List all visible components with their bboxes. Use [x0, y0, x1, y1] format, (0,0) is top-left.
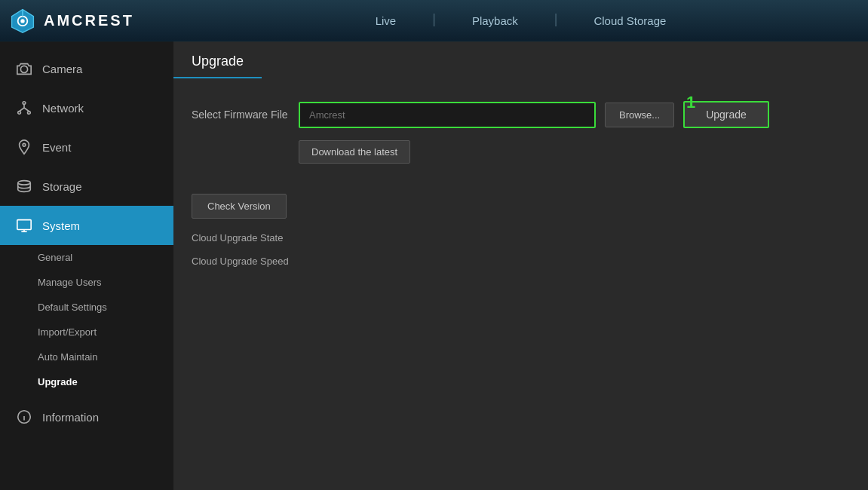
info-icon [15, 408, 33, 426]
logo-area: AMCREST [0, 7, 173, 34]
sub-item-general[interactable]: General [23, 245, 173, 270]
svg-line-9 [20, 108, 24, 112]
firmware-input-wrapper [299, 102, 596, 128]
sidebar: Camera Network [0, 41, 173, 490]
storage-icon [15, 177, 33, 195]
page-content: Select Firmware File Browse... Upgrade D… [173, 78, 868, 296]
svg-line-10 [24, 108, 29, 112]
nav-cloud-storage[interactable]: Cloud Storage [587, 11, 672, 30]
svg-point-2 [20, 19, 24, 23]
sub-item-manage-users[interactable]: Manage Users [23, 270, 173, 295]
nav-playback[interactable]: Playback [466, 11, 524, 30]
sub-item-import-export[interactable]: Import/Export [23, 320, 173, 345]
sub-item-default-settings[interactable]: Default Settings [23, 295, 173, 320]
main-layout: Camera Network [0, 41, 868, 490]
sidebar-item-system[interactable]: System [0, 206, 173, 245]
sidebar-item-event[interactable]: Event [0, 127, 173, 167]
check-version-row: Check Version [192, 194, 850, 219]
sidebar-label-camera: Camera [42, 63, 82, 75]
svg-point-6 [18, 112, 21, 115]
upgrade-btn-wrapper: Upgrade [683, 101, 769, 128]
system-icon [15, 216, 33, 234]
sidebar-item-network[interactable]: Network [0, 88, 173, 127]
content-area: 1 2 Upgrade Select Firmware File Browse.… [173, 41, 868, 490]
sidebar-item-storage[interactable]: Storage [0, 167, 173, 206]
sidebar-label-storage: Storage [42, 180, 82, 193]
page-header: Upgrade [173, 41, 262, 78]
cloud-upgrade-speed-label: Cloud Upgrade Speed [192, 256, 289, 267]
sidebar-label-system: System [42, 219, 80, 232]
sidebar-item-information[interactable]: Information [0, 397, 173, 436]
check-version-button[interactable]: Check Version [192, 194, 287, 219]
browse-button[interactable]: Browse... [605, 103, 674, 127]
cloud-upgrade-state-label: Cloud Upgrade State [192, 232, 283, 243]
page-title: Upgrade [192, 54, 244, 77]
camera-icon [15, 60, 33, 78]
firmware-label: Select Firmware File [192, 109, 290, 121]
svg-rect-13 [17, 220, 31, 230]
download-row: Download the latest [192, 140, 850, 164]
sidebar-item-camera[interactable]: Camera [0, 49, 173, 88]
svg-point-7 [28, 112, 31, 115]
sub-item-auto-maintain[interactable]: Auto Maintain [23, 345, 173, 369]
sidebar-label-network: Network [42, 102, 84, 115]
sidebar-label-event: Event [42, 141, 71, 154]
nav-links: Live | Playback | Cloud Storage [173, 11, 868, 30]
nav-live[interactable]: Live [370, 11, 403, 30]
cloud-upgrade-state-row: Cloud Upgrade State [192, 226, 850, 250]
cloud-upgrade-speed-row: Cloud Upgrade Speed [192, 250, 850, 273]
upgrade-button[interactable]: Upgrade [685, 103, 768, 127]
download-latest-button[interactable]: Download the latest [299, 140, 410, 164]
svg-point-4 [20, 66, 27, 72]
svg-point-12 [18, 181, 31, 185]
sub-menu: General Manage Users Default Settings Im… [0, 245, 173, 394]
svg-point-11 [23, 143, 26, 146]
firmware-row: Select Firmware File Browse... Upgrade [192, 101, 850, 128]
amcrest-logo-icon [9, 7, 36, 34]
event-icon [15, 138, 33, 156]
top-nav: AMCREST Live | Playback | Cloud Storage [0, 0, 868, 41]
sub-item-upgrade[interactable]: Upgrade [23, 369, 173, 394]
svg-point-5 [23, 102, 26, 105]
sidebar-label-information: Information [42, 411, 99, 424]
logo-text: AMCREST [44, 12, 134, 29]
firmware-input[interactable] [300, 103, 594, 127]
network-icon [15, 99, 33, 117]
